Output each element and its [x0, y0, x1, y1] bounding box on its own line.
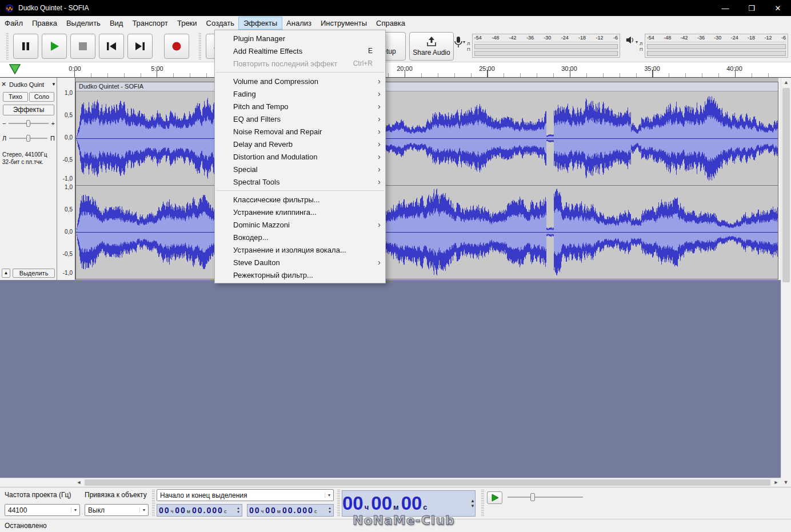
audio-clip[interactable]: Dudko Quintet - SOFIA	[75, 82, 778, 279]
menu-item-noise-removal-and-repair[interactable]: Noise Removal and Repair›	[215, 125, 385, 138]
playback-speed-thumb[interactable]	[530, 493, 535, 501]
spinner-down-icon[interactable]: ▼	[470, 503, 475, 509]
maximize-button[interactable]: ❒	[738, 0, 765, 16]
spinner-up-icon[interactable]: ▲	[328, 506, 331, 510]
vertical-scrollbar-thumb[interactable]	[782, 88, 790, 282]
menu-help[interactable]: Справка	[371, 17, 410, 29]
skip-to-start-button[interactable]	[99, 34, 124, 59]
menu-tools[interactable]: Инструменты	[316, 17, 371, 29]
toolbar-grip[interactable]	[6, 33, 9, 59]
minimize-button[interactable]: —	[712, 0, 738, 16]
clip-title[interactable]: Dudko Quintet - SOFIA	[76, 82, 778, 91]
scale-tick: -42	[509, 35, 517, 42]
menu-transport[interactable]: Транспорт	[127, 17, 173, 29]
track-name[interactable]: Dudko Quint	[9, 81, 44, 88]
menu-item-label: Noise Removal and Repair	[233, 127, 322, 136]
skip-to-end-button[interactable]	[127, 34, 153, 59]
recording-meter[interactable]: ▾ Л П -54-48-42-36-30-24-18-12-6	[454, 34, 620, 58]
scroll-right-icon[interactable]: ►	[772, 478, 781, 487]
vertical-ruler[interactable]: 1,0 0,5 0,0 -0,5 -1,0 1,0 0,5 0,0 -0,5 -…	[57, 78, 75, 280]
meter-dropdown-icon[interactable]: ▾	[463, 36, 465, 45]
menu-item-fading[interactable]: Fading›	[215, 87, 385, 100]
menu-effects[interactable]: Эффекты	[239, 17, 282, 29]
playback-meter-box: -54-48-42-36-30-24-18-12-6	[645, 34, 788, 58]
menu-edit[interactable]: Правка	[27, 17, 62, 29]
stop-button[interactable]	[70, 34, 95, 59]
time-spinner[interactable]: ▲▼	[327, 506, 331, 514]
timeline-ruler[interactable]: 0:00 5:00 10:00 15:00 20:00 25:00 30:00 …	[0, 62, 791, 78]
close-button[interactable]: ✕	[765, 0, 791, 16]
waveform-canvas[interactable]	[76, 91, 778, 279]
menu-item-delay-and-reverb[interactable]: Delay and Reverb›	[215, 138, 385, 150]
pan-slider-thumb[interactable]	[26, 135, 30, 142]
share-audio-button[interactable]: Share Audio	[409, 32, 454, 61]
menu-item-vocal-reduction[interactable]: Устранение и изоляция вокала...	[215, 243, 385, 256]
meter-dropdown-icon[interactable]: ▾	[636, 36, 638, 45]
solo-button[interactable]: Соло	[29, 92, 54, 102]
track-close-icon[interactable]: ✕	[1, 81, 8, 88]
toolbar-grip[interactable]	[198, 33, 201, 59]
menu-item-eq-and-filters[interactable]: EQ and Filters›	[215, 113, 385, 125]
selection-end-field[interactable]: 00ч 00м 00.000с ▲▼	[247, 504, 334, 517]
menu-item-clip-fix[interactable]: Устранение клиппинга...	[215, 206, 385, 218]
menu-item-plugin-manager[interactable]: Plugin Manager	[215, 32, 385, 45]
select-track-button[interactable]: Выделить	[13, 269, 55, 278]
gain-slider-thumb[interactable]	[26, 120, 30, 127]
menu-analyze[interactable]: Анализ	[282, 17, 316, 29]
play-at-speed-button[interactable]	[487, 491, 502, 504]
gain-max-label: +	[51, 120, 55, 127]
menu-item-special[interactable]: Special›	[215, 163, 385, 175]
menu-item-classic-filters[interactable]: Классические фильтры...	[215, 193, 385, 206]
collapse-track-button[interactable]: ▲	[2, 269, 10, 278]
snap-combobox[interactable]: Выкл ▾	[85, 504, 149, 516]
menu-item-notch-filter[interactable]: Режекторный фильтр...	[215, 269, 385, 281]
selection-mode-combobox[interactable]: Начало и конец выделения ▾	[157, 489, 334, 501]
menu-item-steve-daulton[interactable]: Steve Daulton›	[215, 256, 385, 269]
track-menu-dropdown-icon[interactable]: ▼	[51, 82, 56, 87]
menu-item-pitch-and-tempo[interactable]: Pitch and Tempo›	[215, 100, 385, 113]
menu-item-add-realtime-effects[interactable]: Add Realtime EffectsE	[215, 45, 385, 57]
menu-item-spectral-tools[interactable]: Spectral Tools›	[215, 175, 385, 188]
horizontal-scrollbar-thumb[interactable]	[85, 479, 770, 486]
spinner-up-icon[interactable]: ▲	[237, 506, 240, 510]
vertical-scrollbar[interactable]: ▲	[781, 78, 791, 478]
menu-view[interactable]: Вид	[105, 17, 128, 29]
mute-button[interactable]: Тихо	[3, 92, 28, 102]
selection-start-field[interactable]: 00ч 00м 00.000с ▲▼	[157, 504, 242, 517]
track-effects-button[interactable]: Эффекты	[3, 105, 54, 115]
track-panel-bottom: ▲ Выделить	[2, 269, 55, 278]
scroll-left-icon[interactable]: ◄	[74, 478, 83, 487]
record-button[interactable]	[164, 34, 189, 59]
menu-item-volume-and-compression[interactable]: Volume and Compression›	[215, 75, 385, 87]
menu-generate[interactable]: Создать	[202, 17, 239, 29]
spinner-up-icon[interactable]: ▲	[470, 498, 475, 503]
playback-meter[interactable]: ▾ Л П -54-48-42-36-30-24-18-12-6	[626, 34, 788, 58]
pause-button[interactable]	[13, 34, 38, 59]
playback-speed-slider[interactable]	[508, 497, 583, 498]
menu-item-distortion-and-modulation[interactable]: Distortion and Modulation›	[215, 150, 385, 163]
ruler-value: -0,5	[63, 157, 73, 163]
toolbar-grip[interactable]	[152, 490, 155, 517]
scroll-up-icon[interactable]: ▲	[781, 78, 791, 87]
menu-item-dominic-mazzoni[interactable]: Dominic Mazzoni›	[215, 218, 385, 231]
menu-tracks[interactable]: Треки	[173, 17, 202, 29]
scroll-down-icon[interactable]: ▼	[784, 479, 789, 485]
play-button[interactable]	[42, 34, 67, 59]
toolbar-grip[interactable]	[481, 490, 484, 517]
spinner-down-icon[interactable]: ▼	[328, 510, 331, 514]
time-spinner[interactable]: ▲▼	[235, 506, 240, 514]
project-rate-value: 44100	[8, 506, 27, 514]
menu-bar: Файл Правка Выделить Вид Транспорт Треки…	[0, 16, 791, 30]
pan-slider[interactable]	[9, 138, 47, 139]
playhead-marker-icon[interactable]	[9, 63, 21, 75]
toolbar-grip[interactable]	[337, 490, 340, 517]
project-rate-combobox[interactable]: 44100 ▾	[5, 504, 80, 516]
gain-slider[interactable]	[9, 123, 48, 124]
menu-select[interactable]: Выделить	[62, 17, 105, 29]
horizontal-scrollbar[interactable]: ◄ ►	[0, 478, 781, 487]
menu-item-vocoder[interactable]: Вокодер...	[215, 231, 385, 243]
spinner-down-icon[interactable]: ▼	[237, 510, 240, 514]
track-control-panel: ✕ Dudko Quint ▼ Тихо Соло Эффекты − + Л …	[0, 78, 57, 280]
menu-file[interactable]: Файл	[0, 17, 27, 29]
time-spinner[interactable]: ▲▼	[469, 498, 475, 509]
